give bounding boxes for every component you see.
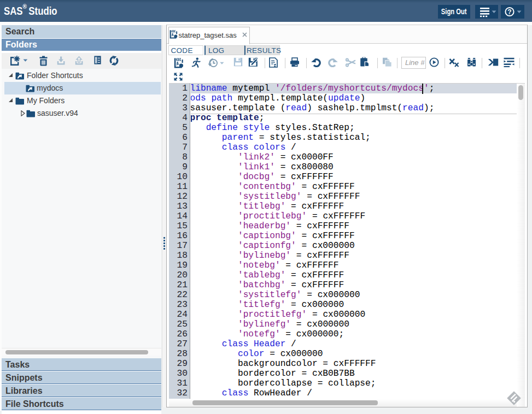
svg-text:?: ? bbox=[507, 8, 511, 16]
